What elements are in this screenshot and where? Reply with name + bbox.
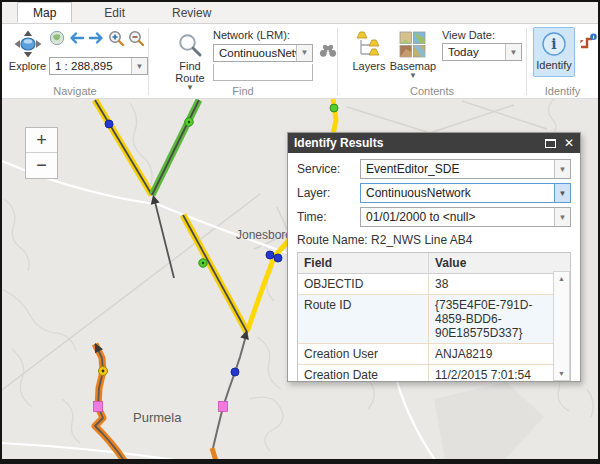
layers-icon bbox=[355, 31, 382, 60]
time-value: 01/01/2000 to <null> bbox=[361, 208, 554, 226]
map-zoom-in-button[interactable]: + bbox=[26, 128, 57, 153]
explore-button[interactable]: Explore bbox=[8, 27, 47, 75]
svg-text:i: i bbox=[551, 36, 556, 52]
ribbon-tab-bar: Map Edit Review bbox=[2, 2, 598, 24]
identify-results-titlebar[interactable]: Identify Results ✕ bbox=[288, 133, 580, 153]
network-dropdown-arrow[interactable]: ▼ bbox=[296, 45, 312, 61]
ribbon: Explore bbox=[2, 24, 598, 99]
group-navigate: Explore bbox=[2, 24, 148, 98]
table-row[interactable]: Creation Date 11/2/2015 7:01:54 PM bbox=[298, 365, 570, 382]
network-value: ContinuousNetwork bbox=[214, 45, 296, 61]
service-dropdown-arrow[interactable]: ▼ bbox=[554, 160, 570, 178]
identify-group-label: Identify bbox=[527, 85, 598, 97]
table-row[interactable]: OBJECTID 38 bbox=[298, 274, 570, 295]
scale-combobox[interactable]: 1 : 288,895 ▼ bbox=[49, 57, 148, 75]
find-route-button[interactable]: Find Route ▼ bbox=[171, 27, 209, 91]
map-zoom-control: + − bbox=[25, 127, 58, 179]
navigate-group-label: Navigate bbox=[2, 85, 148, 97]
group-find: Find Route ▼ Network (LRM): ContinuousNe… bbox=[149, 24, 337, 98]
identify-button[interactable]: i Identify bbox=[533, 27, 575, 77]
layers-button[interactable]: Layers bbox=[348, 27, 390, 79]
close-icon[interactable]: ✕ bbox=[564, 137, 574, 149]
route-name-label: Route Name: bbox=[297, 233, 368, 247]
route-name-value: R2_NWS Line AB4 bbox=[371, 233, 472, 247]
layer-combobox[interactable]: ContinuousNetwork ▼ bbox=[360, 183, 571, 203]
route-name-line: Route Name: R2_NWS Line AB4 bbox=[297, 233, 571, 247]
time-label: Time: bbox=[297, 210, 360, 224]
table-row[interactable]: Route ID {735E4F0E-791D-4859-BDD6-90E185… bbox=[298, 295, 570, 344]
binoculars-icon[interactable] bbox=[319, 43, 337, 62]
tab-map[interactable]: Map bbox=[17, 2, 72, 23]
view-date-dropdown-arrow[interactable]: ▼ bbox=[505, 44, 521, 60]
place-label-jonesboro: Jonesboro bbox=[236, 228, 292, 242]
attribute-table: Field Value OBJECTID 38 Route ID {735E4F… bbox=[297, 252, 571, 382]
view-date-label: View Date: bbox=[442, 29, 522, 41]
group-identify: i Identify Identify bbox=[527, 24, 598, 98]
route-input[interactable] bbox=[213, 64, 313, 81]
layer-value: ContinuousNetwork bbox=[361, 184, 554, 202]
find-group-label: Find bbox=[149, 85, 337, 97]
basemap-dropdown-arrow[interactable]: ▼ bbox=[409, 73, 417, 79]
group-contents: Layers bbox=[338, 24, 526, 98]
scale-value: 1 : 288,895 bbox=[50, 58, 131, 74]
identify-icon: i bbox=[541, 31, 567, 59]
basemap-button[interactable]: Basemap ▼ bbox=[390, 27, 436, 79]
view-date-value: Today bbox=[443, 44, 505, 60]
table-row[interactable]: Creation User ANJA8219 bbox=[298, 344, 570, 365]
explore-icon bbox=[14, 30, 42, 60]
app-window: Map Edit Review bbox=[0, 0, 600, 464]
find-route-icon bbox=[177, 32, 203, 60]
time-dropdown-arrow[interactable]: ▼ bbox=[554, 208, 570, 226]
back-extent-icon[interactable] bbox=[68, 31, 85, 49]
map-zoom-out-button[interactable]: − bbox=[26, 153, 57, 178]
place-label-purmela: Purmela bbox=[133, 410, 181, 425]
service-label: Service: bbox=[297, 162, 360, 176]
scroll-up-icon[interactable]: ▲ bbox=[558, 272, 565, 285]
network-combobox[interactable]: ContinuousNetwork ▼ bbox=[213, 44, 313, 62]
map-canvas[interactable]: Jonesboro Purmela + − Identify Results ✕… bbox=[2, 99, 598, 459]
scale-dropdown-arrow[interactable]: ▼ bbox=[131, 58, 147, 74]
layer-dropdown-arrow[interactable]: ▼ bbox=[554, 184, 570, 202]
view-date-combobox[interactable]: Today ▼ bbox=[442, 43, 522, 61]
basemap-icon bbox=[399, 31, 426, 60]
layer-label: Layer: bbox=[297, 186, 360, 200]
identify-route-icon[interactable] bbox=[579, 33, 598, 77]
table-header-row: Field Value bbox=[298, 253, 570, 274]
identify-results-panel: Identify Results ✕ Service: EventEditor_… bbox=[287, 132, 581, 382]
zoom-in-icon[interactable] bbox=[108, 30, 125, 51]
forward-extent-icon[interactable] bbox=[88, 31, 105, 49]
table-scrollbar[interactable]: ▲ ▼ bbox=[553, 271, 570, 381]
time-combobox[interactable]: 01/01/2000 to <null> ▼ bbox=[360, 207, 571, 227]
tab-edit[interactable]: Edit bbox=[89, 2, 140, 23]
service-value: EventEditor_SDE bbox=[361, 160, 554, 178]
network-lrm-label: Network (LRM): bbox=[213, 29, 337, 41]
scroll-down-icon[interactable]: ▼ bbox=[558, 367, 565, 380]
maximize-icon[interactable] bbox=[545, 139, 556, 148]
tab-review[interactable]: Review bbox=[157, 2, 226, 23]
full-extent-icon[interactable] bbox=[49, 30, 65, 50]
service-combobox[interactable]: EventEditor_SDE ▼ bbox=[360, 159, 571, 179]
panel-title: Identify Results bbox=[294, 136, 545, 150]
contents-group-label: Contents bbox=[338, 85, 526, 97]
zoom-out-icon[interactable] bbox=[128, 30, 145, 51]
